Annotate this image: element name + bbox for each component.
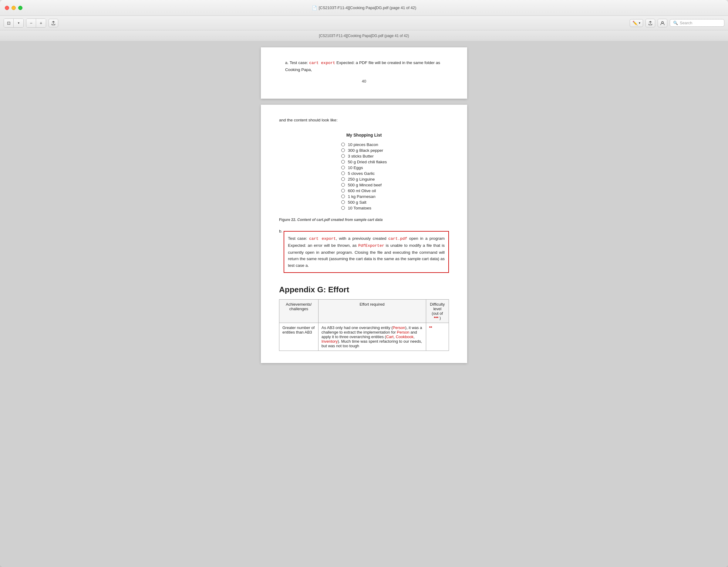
pdf-page-41: and the content should look like: My Sho… bbox=[261, 105, 467, 363]
list-bullet bbox=[341, 166, 345, 169]
table-header-achievements: Achievements/challenges bbox=[279, 300, 319, 323]
item-b-code3: PdfExporter bbox=[358, 243, 384, 248]
item-b-code1: cart export bbox=[309, 236, 336, 241]
pdf-page-40-partial: a. Test case: cart export Expected: a PD… bbox=[261, 47, 467, 99]
appendix-heading: Appendix G: Effort bbox=[279, 285, 449, 295]
list-item: 10 Tomatoes bbox=[341, 206, 387, 210]
list-bullet bbox=[341, 189, 345, 192]
title-bar: 📄 [CS2103T-F11-4][Cooking Papa]DG.pdf (p… bbox=[0, 0, 728, 16]
pen-dropdown-arrow: ▾ bbox=[639, 21, 640, 25]
toolbar: ⊡ ▾ − + ✏️ ▾ bbox=[0, 16, 728, 30]
list-bullet bbox=[341, 148, 345, 152]
figure-caption-bold: Figure 22. bbox=[279, 218, 296, 222]
row1-difficulty: ** bbox=[429, 326, 432, 330]
pen-icon: ✏️ bbox=[632, 21, 638, 25]
list-bullet bbox=[341, 171, 345, 175]
traffic-lights bbox=[5, 6, 22, 10]
sidebar-toggle-group: ⊡ ▾ bbox=[4, 19, 24, 28]
share-airdrop-button[interactable] bbox=[645, 19, 655, 27]
table-cell-achievements: Greater number of entities than AB3 bbox=[279, 323, 319, 351]
table-cell-effort: As AB3 only had one overarching entity (… bbox=[318, 323, 426, 351]
zoom-in-button[interactable]: + bbox=[36, 19, 46, 27]
table-header-difficulty: Difficulty level(out of*** ) bbox=[426, 300, 449, 323]
list-bullet bbox=[341, 183, 345, 187]
list-item: 300 g Black pepper bbox=[341, 148, 387, 153]
pen-dropdown-button[interactable]: ✏️ ▾ bbox=[630, 19, 643, 27]
shopping-list-container: My Shopping List 10 pieces Bacon 300 g B… bbox=[279, 133, 449, 211]
effort-table: Achievements/challenges Effort required … bbox=[279, 299, 449, 351]
sub-bar-title: [CS2103T-F11-4][Cooking Papa]DG.pdf (pag… bbox=[319, 34, 409, 38]
sidebar-toggle-button[interactable]: ⊡ bbox=[4, 19, 14, 27]
difficulty-stars: *** bbox=[434, 316, 438, 320]
table-header-effort: Effort required bbox=[318, 300, 426, 323]
list-bullet bbox=[341, 143, 345, 146]
list-bullet bbox=[341, 154, 345, 158]
list-item: 50 g Dried chili flakes bbox=[341, 160, 387, 164]
search-icon: 🔍 bbox=[673, 21, 678, 25]
account-button[interactable] bbox=[658, 19, 667, 27]
window-title-center: 📄 [CS2103T-F11-4][Cooking Papa]DG.pdf (p… bbox=[312, 5, 416, 10]
list-item: 1 kg Parmesan bbox=[341, 194, 387, 199]
page-number-40: 40 bbox=[279, 79, 449, 83]
pdf-area[interactable]: a. Test case: cart export Expected: a PD… bbox=[0, 41, 728, 567]
page41-intro: and the content should look like: bbox=[279, 117, 449, 123]
shopping-list-title: My Shopping List bbox=[346, 133, 382, 137]
zoom-out-button[interactable]: − bbox=[26, 19, 36, 27]
zoom-group: − + bbox=[26, 19, 46, 28]
list-item: 500 g Salt bbox=[341, 200, 387, 204]
figure-caption-text: Content of cart.pdf created from sample … bbox=[296, 218, 383, 222]
pdf-icon: 📄 bbox=[312, 5, 317, 10]
list-bullet bbox=[341, 160, 345, 164]
code-inventory: Inventory bbox=[322, 339, 338, 344]
sub-bar: [CS2103T-F11-4][Cooking Papa]DG.pdf (pag… bbox=[0, 30, 728, 41]
shopping-list: 10 pieces Bacon 300 g Black pepper 3 sti… bbox=[341, 142, 387, 211]
item-b-middle1: , with a previously created bbox=[336, 236, 388, 241]
maximize-button[interactable] bbox=[18, 6, 22, 10]
code-person: Person bbox=[393, 326, 405, 330]
list-item: 500 g Minced beef bbox=[341, 183, 387, 187]
list-item: 10 Eggs bbox=[341, 165, 387, 170]
item-b-prefix: Test case: bbox=[288, 236, 309, 241]
item-b-label: b. bbox=[279, 228, 282, 234]
list-bullet bbox=[341, 177, 345, 181]
item-b-box: Test case: cart export, with a previousl… bbox=[284, 231, 449, 273]
search-box[interactable]: 🔍 Search bbox=[670, 19, 724, 27]
list-item: 3 sticks Butter bbox=[341, 154, 387, 158]
table-row: Greater number of entities than AB3 As A… bbox=[279, 323, 449, 351]
share-button[interactable] bbox=[49, 19, 58, 27]
svg-point-0 bbox=[662, 22, 663, 23]
app-window: 📄 [CS2103T-F11-4][Cooking Papa]DG.pdf (p… bbox=[0, 0, 728, 567]
list-item-garlic: 5 cloves Garlic bbox=[341, 171, 387, 176]
sidebar-dropdown-button[interactable]: ▾ bbox=[14, 19, 23, 27]
minimize-button[interactable] bbox=[12, 6, 16, 10]
item-a-code: cart export bbox=[309, 61, 335, 65]
code-cart: Cart bbox=[386, 335, 394, 339]
list-item: 600 ml Olive oil bbox=[341, 188, 387, 193]
search-placeholder: Search bbox=[680, 21, 692, 25]
list-bullet bbox=[341, 194, 345, 198]
item-b-code2: cart.pdf bbox=[388, 236, 407, 241]
item-a-label: a. Test case: bbox=[285, 60, 309, 65]
item-a-text: a. Test case: cart export Expected: a PD… bbox=[279, 59, 449, 73]
code-cookbook: Cookbook bbox=[396, 335, 414, 339]
window-title: [CS2103T-F11-4][Cooking Papa]DG.pdf (pag… bbox=[319, 5, 416, 10]
toolbar-right: ✏️ ▾ 🔍 Search bbox=[630, 19, 724, 27]
table-cell-difficulty: ** bbox=[426, 323, 449, 351]
close-button[interactable] bbox=[5, 6, 9, 10]
list-item: 250 g Linguine bbox=[341, 177, 387, 181]
figure-caption: Figure 22. Content of cart.pdf created f… bbox=[279, 218, 449, 222]
list-bullet bbox=[341, 200, 345, 204]
list-item: 10 pieces Bacon bbox=[341, 142, 387, 147]
list-bullet bbox=[341, 206, 345, 210]
page-gap bbox=[0, 99, 728, 105]
code-person2: Person bbox=[397, 330, 409, 335]
